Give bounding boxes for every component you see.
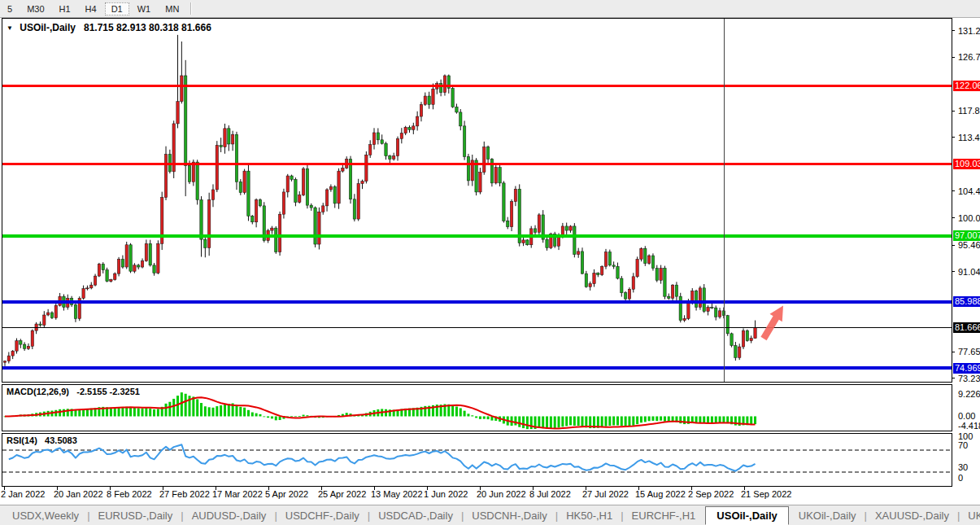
chart-ohlc-values: 81.715 82.913 80.318 81.666 (84, 22, 211, 33)
up-arrow-annotation[interactable] (760, 306, 783, 341)
rsi-axis-label: 30 (958, 462, 968, 472)
date-tick-label: 20 Jan 2022 (54, 489, 103, 499)
price-tick-label: 95.460 (958, 240, 980, 250)
date-tick-label: 5 Apr 2022 (265, 489, 308, 499)
date-tick-label: 8 Jul 2022 (529, 489, 571, 499)
date-tick-label: 27 Jul 2022 (582, 489, 629, 499)
price-tick-label: 113.400 (958, 133, 980, 142)
rsi-axis-label: 0 (958, 473, 963, 483)
panel-borders (2, 19, 952, 487)
chart-title-dropdown-icon[interactable]: ▼ (7, 24, 13, 32)
date-tick-label: 25 Apr 2022 (318, 489, 366, 499)
rsi-axis-label: 70 (958, 440, 968, 450)
price-tick-label: 126.790 (958, 52, 980, 62)
macd-axis-label: 9.2266 (958, 389, 980, 399)
mt4-window: { "toolbar": {"timeframes": ["5", "M30",… (0, 0, 980, 525)
price-tick-label: 77.650 (958, 347, 980, 357)
date-tick-label: 2 Jan 2022 (1, 489, 45, 499)
date-tick-label: 17 Mar 2022 (212, 489, 263, 499)
date-tick-label: 15 Aug 2022 (635, 489, 686, 499)
rsi-value: 43.5083 (45, 435, 77, 445)
price-tick-label: 73.230 (958, 374, 980, 383)
chart-canvas[interactable] (0, 0, 980, 525)
chart-title: ▼ USOil-,Daily 81.715 82.913 80.318 81.6… (7, 22, 211, 33)
price-tick-label: 104.430 (958, 186, 980, 196)
price-line-badge: 109.038 (953, 159, 980, 169)
price-line-badge: 97.007 (953, 230, 980, 241)
rsi-label: RSI(14) 43.5083 (7, 435, 77, 445)
macd-axis-label: 0.00 (958, 411, 975, 421)
rsi-indicator (2, 444, 951, 472)
macd-indicator (4, 392, 757, 429)
macd-name: MACD(12,26,9) (7, 387, 69, 396)
date-tick-label: 21 Sep 2022 (741, 489, 791, 499)
date-tick-label: 1 Jun 2022 (424, 489, 468, 499)
date-axis[interactable]: 2 Jan 202220 Jan 20228 Feb 202227 Feb 20… (0, 487, 980, 501)
price-line-badge: 122.068 (953, 81, 980, 91)
date-tick-label: 13 May 2022 (371, 489, 423, 499)
price-line-badge: 85.988 (953, 296, 980, 307)
date-tick-label: 8 Feb 2022 (107, 489, 152, 499)
date-tick-label: 2 Sep 2022 (688, 489, 734, 499)
macd-axis-label: -4.4188 (958, 421, 980, 431)
macd-label: MACD(12,26,9) -2.5155 -2.3251 (7, 387, 140, 396)
chart-symbol-label: USOil-,Daily (20, 22, 76, 33)
price-line-badge: 74.969 (953, 363, 980, 374)
price-tick-label: 91.040 (958, 267, 980, 277)
macd-values: -2.5155 -2.3251 (76, 387, 140, 396)
date-tick-label: 27 Feb 2022 (159, 489, 210, 499)
price-tick-label: 100.010 (958, 213, 980, 223)
date-tick-label: 20 Jun 2022 (477, 489, 526, 499)
price-tick-label: 117.820 (958, 106, 980, 116)
price-line-badge: 81.666 (953, 322, 980, 333)
price-tick-label: 131.210 (958, 26, 980, 36)
horizontal-price-lines[interactable] (2, 85, 952, 368)
rsi-name: RSI(14) (7, 435, 37, 445)
